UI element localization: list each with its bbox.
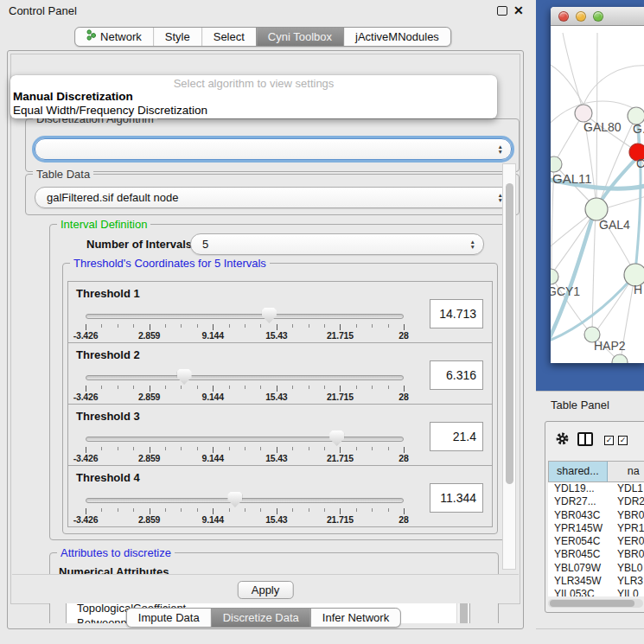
table-row[interactable]: YIL053CYIL0: [548, 588, 644, 596]
table-row[interactable]: YBR043CYBR0: [548, 509, 644, 522]
checkbox-icon[interactable]: [604, 436, 614, 445]
table-data-group: Table Data galFiltered.sif default node: [25, 174, 520, 215]
threshold-1-slider-track[interactable]: [86, 314, 404, 319]
gear-icon[interactable]: [555, 431, 570, 446]
network-node-gcy1[interactable]: [551, 269, 558, 284]
control-panel-titlebar[interactable]: Control Panel ✕: [0, 0, 536, 22]
group-title: Attributes to discretize: [57, 546, 175, 559]
cell-shared-name: YER054C: [548, 535, 613, 548]
table-row[interactable]: YLR345WYLR3: [548, 575, 644, 588]
tick-mark: [86, 324, 86, 330]
tick-mark: [165, 508, 166, 512]
network-edge: [551, 62, 583, 105]
panel-scrollbar-thumb[interactable]: [506, 183, 513, 484]
threshold-4-value-field[interactable]: 11.344: [430, 483, 483, 513]
tab-impute-data[interactable]: Impute Data: [127, 609, 211, 627]
table-row[interactable]: YDR27...YDR2: [548, 495, 644, 508]
network-node-gal11[interactable]: [551, 156, 562, 172]
tick-mark: [133, 386, 134, 389]
table-row[interactable]: YDL19...YDL1: [548, 482, 644, 495]
network-node-label-h: H: [634, 283, 642, 296]
tick-label: 28: [399, 330, 408, 341]
float-window-icon[interactable]: [497, 6, 507, 16]
tick-mark: [197, 508, 198, 512]
table-hscrollbar[interactable]: [548, 599, 643, 608]
network-canvas[interactable]: GAL80G.CGAL11GAL4GCY1HHAP2: [551, 26, 644, 363]
close-window-icon[interactable]: ✕: [513, 3, 524, 17]
threshold-2-slider-track[interactable]: [86, 375, 404, 380]
network-node-label-gcy1: GCY1: [551, 284, 580, 298]
panel-scrollbar[interactable]: [502, 163, 516, 570]
tick-mark: [245, 508, 245, 512]
tab-cyni-toolbox[interactable]: Cyni Toolbox: [256, 28, 343, 46]
tick-mark: [150, 386, 150, 392]
tick-mark: [404, 508, 405, 514]
tick-mark: [118, 508, 118, 512]
threshold-3-value-field[interactable]: 21.4: [430, 422, 483, 451]
column-header-name[interactable]: na: [608, 461, 644, 482]
tick-mark: [260, 447, 261, 450]
minimize-traffic-light-icon[interactable]: [576, 11, 586, 22]
checkbox-icon[interactable]: [618, 436, 628, 445]
table-hscrollbar-thumb[interactable]: [550, 600, 634, 607]
tab-network[interactable]: Network: [75, 28, 153, 46]
tick-mark: [133, 508, 134, 512]
tick-mark: [388, 386, 389, 389]
tick-mark: [388, 508, 389, 512]
zoom-traffic-light-icon[interactable]: [593, 11, 603, 22]
tab-jactivemnodules[interactable]: jActiveMNodules: [343, 28, 450, 46]
tab-discretize-data[interactable]: Discretize Data: [211, 609, 310, 627]
tab-infer-network[interactable]: Infer Network: [310, 609, 400, 627]
tick-label: -3.426: [73, 392, 99, 402]
threshold-3-slider-track[interactable]: [86, 437, 404, 442]
table-row[interactable]: YBR045CYBR0: [548, 548, 644, 561]
algorithm-combobox[interactable]: [35, 138, 512, 160]
tick-mark: [372, 324, 373, 328]
network-icon: [86, 28, 96, 46]
tick-mark: [213, 447, 214, 453]
table-data-combobox[interactable]: galFiltered.sif default node: [35, 187, 512, 208]
tab-label: Style: [165, 28, 190, 46]
tick-mark: [229, 386, 230, 389]
apply-button[interactable]: Apply: [238, 581, 294, 599]
network-window-titlebar[interactable]: [551, 7, 644, 26]
tick-mark: [340, 386, 341, 392]
tab-label: Infer Network: [322, 609, 389, 627]
cell-name: YLR3: [613, 575, 644, 588]
threshold-3-slider-thumb[interactable]: [329, 430, 344, 446]
close-traffic-light-icon[interactable]: [558, 11, 569, 22]
cell-name: YBR0: [613, 509, 644, 522]
split-columns-icon[interactable]: [577, 432, 593, 446]
threshold-2-slider-thumb[interactable]: [177, 369, 192, 385]
interval-definition-group: Interval Definition Number of Intervals …: [49, 224, 506, 540]
network-edge: [583, 66, 644, 105]
tick-mark: [86, 386, 86, 392]
scroll-viewport: Interval Definition Number of Intervals …: [22, 217, 512, 623]
network-node-node-bottom[interactable]: [612, 354, 628, 363]
threshold-1-slider-thumb[interactable]: [262, 308, 277, 323]
table-row[interactable]: YER054CYER0: [548, 535, 644, 548]
dropdown-option-manual-discretization[interactable]: Manual Discretization: [13, 90, 133, 104]
threshold-1-value-field[interactable]: 14.713: [430, 299, 483, 328]
threshold-label: Threshold 4: [76, 471, 140, 484]
network-node-label-gal80: GAL80: [583, 120, 622, 134]
threshold-4-slider-thumb[interactable]: [227, 492, 242, 507]
tick-mark: [277, 324, 277, 330]
dropdown-option-equal-width-frequency[interactable]: Equal Width/Frequency Discretization: [13, 104, 207, 118]
tab-select[interactable]: Select: [201, 28, 256, 46]
tick-mark: [229, 508, 230, 512]
table-row[interactable]: YPR145WYPR1: [548, 522, 644, 535]
table-row[interactable]: YBL079WYBL0: [548, 562, 644, 575]
number-of-intervals-combobox[interactable]: 5: [190, 233, 484, 255]
tick-label: 15.43: [265, 330, 287, 341]
tick-mark: [181, 386, 182, 389]
tick-mark: [86, 508, 86, 514]
tick-label: 21.715: [327, 514, 354, 525]
cell-name: YDL1: [613, 482, 644, 495]
column-header-shared-name[interactable]: shared...: [548, 461, 608, 482]
threshold-2-value-field[interactable]: 6.316: [430, 360, 483, 390]
tab-style[interactable]: Style: [153, 28, 201, 46]
threshold-4-slider-track[interactable]: [86, 498, 404, 503]
network-node-gal80[interactable]: [575, 105, 592, 122]
tick-label: 2.859: [138, 330, 160, 341]
